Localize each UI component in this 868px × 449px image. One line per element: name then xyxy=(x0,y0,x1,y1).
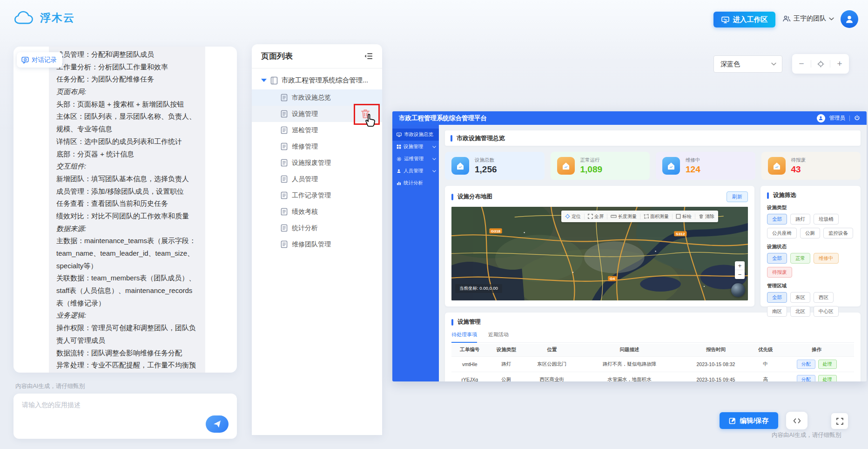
map-zoom-control: + − xyxy=(735,261,745,279)
page-tree-root[interactable]: 市政工程管理系统综合管理... xyxy=(252,68,382,89)
divider xyxy=(849,116,850,121)
col-header: 问题描述 xyxy=(579,344,680,356)
page-list-header: 页面列表 xyxy=(252,44,382,68)
project-icon xyxy=(270,76,278,85)
filter-chip[interactable]: 全部 xyxy=(767,253,787,264)
user-avatar[interactable] xyxy=(841,10,858,28)
stat-value: 1,089 xyxy=(580,164,603,175)
facility-state-chips: 全部 正常 维修中 待报废 xyxy=(767,253,854,278)
page-item-overview[interactable]: 市政设施总览 xyxy=(252,89,382,106)
view-code-button[interactable] xyxy=(786,412,807,429)
map-canvas[interactable]: G318 S312 G4 定位 全屏 xyxy=(451,207,748,300)
assign-button[interactable]: 分配 xyxy=(797,360,815,369)
cell-type: 路灯 xyxy=(488,356,524,372)
page-item-team[interactable]: 维修团队管理 xyxy=(252,236,382,252)
filter-chip[interactable]: 待报废 xyxy=(767,267,792,278)
cell-time: 2023-10-15 08:32 xyxy=(680,356,752,372)
stat-cards: 设施总数1,256 正常运行1,089 维修中124 待报废43 xyxy=(445,152,861,180)
page-item-scrap[interactable]: 设施报废管理 xyxy=(252,155,382,171)
map-tool-clear[interactable]: 清除 xyxy=(699,213,714,220)
map-tool-draw[interactable]: 标绘 xyxy=(676,213,692,220)
map-zoom-in[interactable]: + xyxy=(735,261,745,270)
document-icon xyxy=(281,240,288,248)
page-item-worklog[interactable]: 工作记录管理 xyxy=(252,187,382,204)
grid-icon xyxy=(397,144,401,149)
locate-icon xyxy=(565,214,570,219)
page-item-label: 绩效考核 xyxy=(292,208,318,216)
sidebar-item-statistics[interactable]: 统计分析 xyxy=(392,177,439,189)
filter-chip[interactable]: 西区 xyxy=(814,292,834,303)
person-icon xyxy=(397,169,401,173)
road-label: S312 xyxy=(676,232,685,236)
tab-pending[interactable]: 待处理事项 xyxy=(451,331,477,343)
document-icon xyxy=(281,224,288,232)
filter-chip[interactable]: 维修中 xyxy=(814,253,839,264)
filter-chip[interactable]: 南区 xyxy=(767,306,787,317)
tab-recent[interactable]: 近期活动 xyxy=(488,331,509,342)
map-zoom-out[interactable]: − xyxy=(735,270,745,279)
filter-chip[interactable]: 东区 xyxy=(790,292,810,303)
ai-message-bubble: 成员管理：分配和调整团队成员 工作量分析：分析团队工作量和效率 任务分配：为团队… xyxy=(49,47,205,373)
filter-chip[interactable]: 全部 xyxy=(767,214,787,224)
map-tool-locate[interactable]: 定位 xyxy=(565,213,581,220)
filter-chip[interactable]: 全部 xyxy=(767,292,787,303)
map-coordinates: 当前坐标: 0.00,0.00 xyxy=(455,284,502,293)
filter-chip[interactable]: 公共座椅 xyxy=(767,228,797,238)
filter-chip[interactable]: 路灯 xyxy=(790,214,810,224)
handle-button[interactable]: 处理 xyxy=(818,375,837,381)
filter-chip[interactable]: 北区 xyxy=(790,306,810,317)
map-tool-length[interactable]: 长度测量 xyxy=(611,213,637,220)
page-list-panel: 页面列表 市政工程管理系统综合管理... 市政设施总览 设施管理 巡检管理 维修… xyxy=(252,44,382,435)
zoom-out-button[interactable]: − xyxy=(792,59,811,69)
tree-expand-icon[interactable] xyxy=(261,79,267,82)
handle-button[interactable]: 处理 xyxy=(818,360,837,369)
theme-select[interactable]: 深蓝色 xyxy=(713,55,782,73)
cell-time: 2023-10-15 09:45 xyxy=(680,372,752,381)
assign-button[interactable]: 分配 xyxy=(797,375,815,381)
page-item-repair[interactable]: 维修管理 xyxy=(252,138,382,155)
team-switcher[interactable]: 王宇的团队 xyxy=(782,14,834,23)
collapse-panel-icon[interactable] xyxy=(364,53,373,60)
sidebar-item-personnel[interactable]: 人员管理 xyxy=(392,165,439,177)
edit-save-button[interactable]: 编辑/保存 xyxy=(720,412,778,429)
team-name: 王宇的团队 xyxy=(794,14,826,23)
admin-avatar[interactable] xyxy=(817,114,825,122)
chat-history-tab[interactable]: 对话记录 xyxy=(17,52,62,68)
sidebar-item-overview[interactable]: 市政设施总览 xyxy=(392,129,439,141)
page-item-statistics[interactable]: 统计分析 xyxy=(252,220,382,236)
filter-chip[interactable]: 垃圾桶 xyxy=(814,214,839,224)
brand-logo[interactable]: 浮木云 xyxy=(13,8,75,27)
message-line: 操作权限：管理员可创建和调整团队，团队负责人可管理成员 xyxy=(56,322,198,347)
preview-app-title: 市政工程管理系统综合管理平台 xyxy=(399,114,487,122)
page-item-personnel[interactable]: 人员管理 xyxy=(252,171,382,187)
message-line: 新增团队：填写团队基本信息，选择负责人 xyxy=(56,173,198,185)
fullscreen-icon xyxy=(588,214,593,219)
map-tool-area[interactable]: 面积测量 xyxy=(644,213,669,220)
sidebar-item-facility[interactable]: 设施管理 xyxy=(392,141,439,153)
chat-history-label: 对话记录 xyxy=(32,56,57,64)
zoom-reset-button[interactable] xyxy=(811,61,830,68)
filter-chip[interactable]: 正常 xyxy=(790,253,810,264)
facility-type-chips: 全部 路灯 垃圾桶 公共座椅 公厕 监控设备 xyxy=(767,214,854,238)
filter-chip[interactable]: 监控设备 xyxy=(823,228,853,238)
cell-type: 公厕 xyxy=(488,372,524,381)
overview-banner: 市政设施管理总览 xyxy=(445,130,861,146)
col-header: 位置 xyxy=(525,344,579,356)
sidebar-item-label: 统计分析 xyxy=(404,180,423,186)
filter-chip[interactable]: 公厕 xyxy=(800,228,820,238)
fullscreen-button[interactable] xyxy=(831,413,848,429)
filter-chip[interactable]: 中心区 xyxy=(814,306,839,317)
power-icon[interactable] xyxy=(854,115,860,121)
accent-bar xyxy=(451,194,453,200)
prompt-input[interactable] xyxy=(13,394,237,418)
sidebar-item-label: 设施管理 xyxy=(404,143,423,150)
enter-workspace-button[interactable]: 进入工作区 xyxy=(713,12,775,27)
map-tool-fullscreen[interactable]: 全屏 xyxy=(588,213,604,220)
zoom-in-button[interactable]: + xyxy=(830,59,849,69)
send-button[interactable] xyxy=(206,415,229,433)
map-refresh-button[interactable]: 刷新 xyxy=(727,191,748,202)
sidebar-item-ops[interactable]: 运维管理 xyxy=(392,153,439,165)
polygon-icon xyxy=(644,214,649,219)
globe-3d-button[interactable] xyxy=(731,283,745,297)
page-item-performance[interactable]: 绩效考核 xyxy=(252,204,382,220)
